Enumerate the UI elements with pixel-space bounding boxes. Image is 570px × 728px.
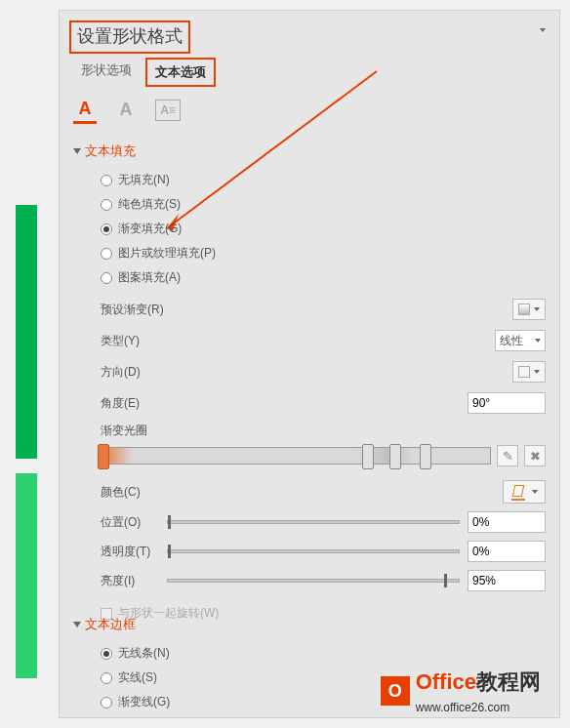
radio-solid-fill[interactable]: 纯色填充(S) bbox=[101, 196, 546, 213]
text-effects-icon[interactable]: A bbox=[114, 97, 138, 124]
preset-gradient-label: 预设渐变(R) bbox=[101, 302, 164, 318]
position-spinner[interactable] bbox=[468, 511, 546, 533]
radio-picture-fill[interactable]: 图片或纹理填充(P) bbox=[101, 245, 546, 262]
collapse-icon bbox=[73, 622, 81, 627]
gradient-stop-3[interactable] bbox=[389, 444, 401, 469]
transparency-label: 透明度(T) bbox=[101, 544, 159, 560]
angle-spinner[interactable] bbox=[468, 392, 546, 414]
brightness-spinner[interactable] bbox=[468, 570, 546, 591]
gradient-stop-4[interactable] bbox=[420, 444, 431, 469]
radio-pattern-fill[interactable]: 图案填充(A) bbox=[101, 269, 546, 286]
section-text-fill[interactable]: 文本填充 bbox=[73, 142, 546, 160]
office-logo-icon: O bbox=[381, 676, 410, 706]
section-text-border-label: 文本边框 bbox=[85, 616, 136, 633]
gradient-stops-bar[interactable] bbox=[101, 447, 491, 465]
add-stop-button[interactable]: ✎ bbox=[497, 445, 518, 466]
direction-button[interactable] bbox=[512, 361, 546, 383]
panel-title: 设置形状格式 bbox=[77, 26, 183, 46]
brightness-slider[interactable] bbox=[167, 579, 460, 583]
color-picker-button[interactable] bbox=[503, 480, 546, 504]
textbox-icon[interactable]: A≡ bbox=[155, 100, 181, 121]
panel-title-highlight: 设置形状格式 bbox=[69, 20, 190, 54]
gradient-stop-1[interactable] bbox=[98, 444, 109, 469]
left-accent bbox=[0, 205, 37, 679]
color-label: 颜色(C) bbox=[101, 484, 141, 501]
collapse-icon bbox=[73, 148, 81, 154]
type-label: 类型(Y) bbox=[101, 333, 140, 349]
radio-gradient-fill[interactable]: 渐变填充(G) bbox=[101, 221, 546, 237]
bucket-icon bbox=[511, 485, 525, 499]
type-combo[interactable]: 线性 bbox=[495, 330, 546, 351]
remove-stop-button[interactable]: ✖ bbox=[524, 445, 546, 466]
radio-no-fill[interactable]: 无填充(N) bbox=[101, 172, 546, 188]
radio-no-line[interactable]: 无线条(N) bbox=[101, 645, 546, 662]
transparency-slider[interactable] bbox=[167, 549, 460, 553]
section-text-border[interactable]: 文本边框 bbox=[73, 616, 546, 633]
gradient-stops-label: 渐变光圈 bbox=[101, 423, 546, 439]
direction-label: 方向(D) bbox=[101, 364, 141, 381]
text-fill-outline-icon[interactable]: A bbox=[73, 97, 97, 124]
tab-shape-options[interactable]: 形状选项 bbox=[73, 58, 140, 87]
section-text-fill-label: 文本填充 bbox=[85, 142, 136, 160]
preset-gradient-button[interactable] bbox=[512, 299, 546, 320]
brightness-label: 亮度(I) bbox=[101, 573, 159, 589]
tab-text-options[interactable]: 文本选项 bbox=[145, 58, 216, 87]
angle-label: 角度(E) bbox=[101, 395, 140, 412]
watermark: O Office教程网 www.office26.com bbox=[381, 667, 541, 714]
position-slider[interactable] bbox=[167, 520, 460, 524]
transparency-spinner[interactable] bbox=[468, 541, 546, 562]
gradient-stop-2[interactable] bbox=[362, 444, 374, 469]
panel-dropdown[interactable] bbox=[536, 28, 546, 32]
format-shape-panel: 设置形状格式 形状选项 文本选项 A A A≡ 文本填充 无填充(N) 纯色填充… bbox=[59, 10, 560, 718]
position-label: 位置(O) bbox=[101, 514, 159, 531]
